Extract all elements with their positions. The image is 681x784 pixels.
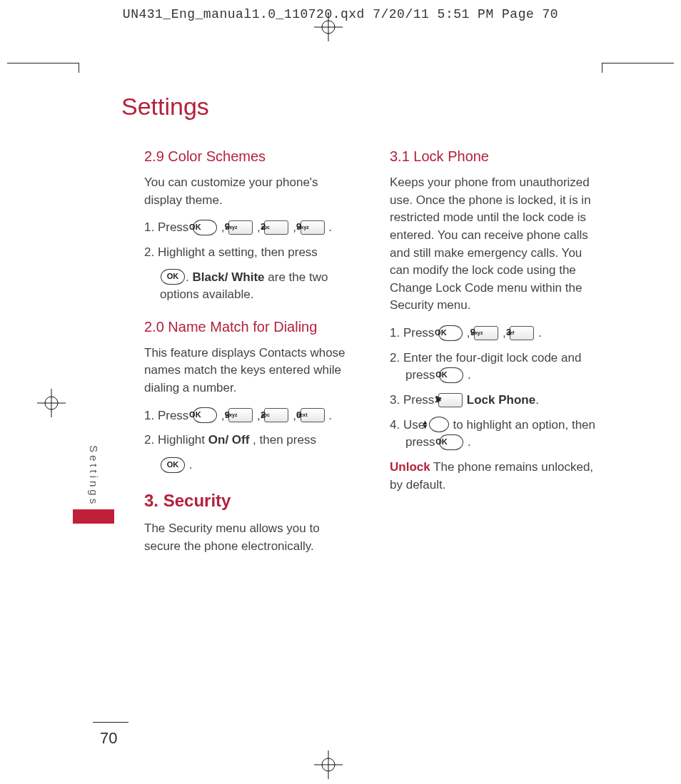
- key-2-icon: 2abc: [264, 408, 288, 422]
- page-body: Settings 2.9 Color Schemes You can custo…: [71, 50, 638, 763]
- step: 2. Highlight a setting, then press: [144, 244, 358, 262]
- option-desc: Unlock The phone remains unlocked, by de…: [390, 459, 604, 494]
- ok-key-icon: OK: [161, 457, 185, 473]
- step: 1. Press OK , 9wxyz , 2abc , 0next .: [144, 407, 358, 425]
- text-strong: On/ Off: [208, 433, 250, 447]
- step: 2. Enter the four-digit lock code and pr…: [390, 350, 604, 385]
- key-9-icon: 9wxyz: [228, 220, 253, 235]
- body-text: Keeps your phone from unauthorized use. …: [390, 174, 604, 315]
- left-column: 2.9 Color Schemes You can customize your…: [144, 146, 358, 566]
- heading-3: 3. Security: [144, 489, 358, 514]
- key-3-icon: 3def: [510, 326, 534, 340]
- step: 3. Press 1☎ Lock Phone.: [390, 392, 604, 409]
- ok-key-icon: OK: [439, 434, 463, 450]
- body-text: You can customize your phone's display t…: [144, 174, 358, 209]
- ok-key-icon: OK: [161, 269, 185, 285]
- step: 2. Highlight On/ Off , then press: [144, 432, 358, 449]
- body-text: This feature displays Contacts whose nam…: [144, 345, 358, 397]
- text: 2. Highlight: [144, 433, 208, 447]
- key-9-icon: 9wxyz: [228, 408, 253, 422]
- text: 4. Use: [390, 418, 428, 432]
- text: 1. Press: [390, 326, 438, 340]
- heading-2-0: 2.0 Name Match for Dialing: [144, 317, 358, 337]
- side-tab-bar: [73, 509, 114, 524]
- step-cont: OK .: [144, 457, 358, 474]
- text: 2. Enter the four-digit lock code and pr…: [390, 351, 581, 382]
- heading-2-9: 2.9 Color Schemes: [144, 146, 358, 167]
- text: 2. Highlight a setting, then press: [144, 245, 318, 259]
- crop-mark: [7, 63, 79, 63]
- text: , then press: [249, 433, 316, 447]
- text: 1. Press: [144, 409, 192, 422]
- key-2-icon: 2abc: [264, 220, 288, 235]
- page-number: 70: [100, 729, 117, 748]
- text: 1. Press: [144, 220, 192, 234]
- text: 3. Press: [390, 393, 438, 407]
- key-9-icon: 9wxyz: [301, 220, 325, 235]
- registration-mark-icon: [37, 389, 66, 417]
- right-column: 3.1 Lock Phone Keeps your phone from una…: [390, 146, 604, 566]
- key-0-icon: 0next: [301, 408, 325, 422]
- key-1-icon: 1☎: [438, 393, 463, 407]
- heading-3-1: 3.1 Lock Phone: [390, 146, 604, 167]
- side-tab-label: Settings: [88, 445, 100, 506]
- side-tab: Settings: [73, 445, 114, 524]
- step-cont: OK. Black/ White are the two options ava…: [144, 269, 358, 304]
- nav-key-icon: ▴▾: [429, 417, 449, 432]
- ok-key-icon: OK: [193, 220, 217, 235]
- page-title: Settings: [121, 93, 624, 121]
- ok-key-icon: OK: [193, 407, 217, 423]
- step: 1. Press OK , 9wxyz , 3def .: [390, 325, 604, 342]
- step: 1. Press OK , 9wxyz , 2abc , 9wxyz .: [144, 219, 358, 237]
- step: 4. Use ▴▾ to highlight an option, then p…: [390, 417, 604, 452]
- ok-key-icon: OK: [438, 325, 463, 341]
- text-strong: Lock Phone: [467, 393, 535, 407]
- key-9-icon: 9wxyz: [474, 326, 498, 340]
- option-name: Unlock: [390, 460, 430, 474]
- body-text: The Security menu allows you to secure t…: [144, 520, 358, 555]
- text-strong: Black/ White: [192, 270, 264, 284]
- ok-key-icon: OK: [439, 367, 463, 383]
- registration-mark-icon: [314, 13, 343, 41]
